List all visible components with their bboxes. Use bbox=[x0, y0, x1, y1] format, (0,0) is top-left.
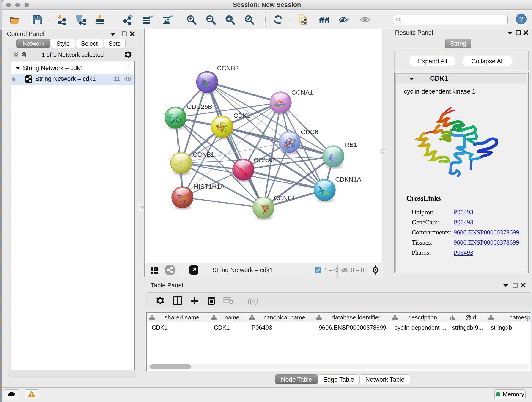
column-header-shared-name[interactable]: shared name bbox=[147, 313, 209, 322]
selected-checkbox-icon[interactable] bbox=[315, 267, 322, 274]
network-bar-separator bbox=[310, 265, 310, 275]
gene-section-header[interactable]: CDK1 bbox=[395, 73, 527, 84]
zoom-selected-region-icon[interactable] bbox=[244, 14, 255, 26]
open-session-icon[interactable] bbox=[9, 14, 20, 26]
refresh-icon[interactable] bbox=[272, 14, 284, 26]
expand-collapse-row: Expand All Collapse All bbox=[394, 51, 529, 71]
gene-section-body: cyclin-dependent kinase 1 bbox=[395, 84, 527, 272]
export-network-icon[interactable] bbox=[122, 14, 134, 26]
crosslink-compartments-link[interactable]: 9606.ENSP00000378699 bbox=[454, 229, 519, 236]
save-session-icon[interactable] bbox=[32, 14, 43, 26]
center-view-crosshair-icon[interactable] bbox=[371, 265, 380, 274]
control-panel-close-icon[interactable] bbox=[129, 31, 135, 37]
birdseye-grid-icon[interactable] bbox=[150, 265, 160, 275]
delete-column-icon[interactable] bbox=[206, 295, 217, 306]
network-canvas[interactable]: CCNB2CCNA1CDC25BCDK1CDC6RB1CCNB1CCNA2CDK… bbox=[144, 29, 382, 263]
zoom-fit-content-icon[interactable] bbox=[224, 14, 236, 26]
zoom-out-icon[interactable] bbox=[205, 14, 216, 26]
network-status-dot bbox=[12, 77, 15, 81]
column-header-id[interactable]: @id bbox=[447, 313, 486, 322]
cloud-button[interactable] bbox=[5, 389, 18, 399]
import-table-from-file-icon[interactable] bbox=[94, 14, 106, 26]
table-panel-float-icon[interactable] bbox=[503, 284, 509, 287]
split-columns-icon[interactable] bbox=[172, 295, 183, 306]
hidden-eye-icon[interactable] bbox=[341, 267, 349, 274]
network-options-gear-icon[interactable] bbox=[124, 51, 132, 59]
collection-count: 1 bbox=[127, 65, 131, 72]
table-panel-close-icon[interactable] bbox=[520, 282, 526, 288]
tab-edge-table[interactable]: Edge Table bbox=[318, 375, 359, 384]
add-column-icon[interactable] bbox=[189, 295, 200, 306]
control-panel-maximize-icon[interactable] bbox=[121, 31, 127, 37]
hide-selected-icon[interactable] bbox=[338, 14, 350, 26]
crosslink-tissues-link[interactable]: 9606.ENSP00000378699 bbox=[454, 239, 519, 246]
search-input[interactable] bbox=[404, 16, 504, 23]
column-header-namespace[interactable]: namespace bbox=[486, 313, 531, 322]
import-network-from-database-icon[interactable] bbox=[75, 14, 86, 26]
tab-network[interactable]: Network bbox=[17, 39, 51, 48]
network-tab-content: 1 of 1 Network selected String Network –… bbox=[8, 48, 137, 377]
network-collection-row[interactable]: String Network – cdk1 1 bbox=[11, 63, 134, 74]
table-row[interactable]: CDK1 CDK1 P06493 9606.ENSP00000378699 cy… bbox=[147, 323, 531, 332]
export-table-icon[interactable] bbox=[142, 14, 153, 26]
protein-structure-image bbox=[406, 104, 502, 182]
collection-expander-icon[interactable] bbox=[15, 66, 21, 70]
results-panel-close-icon[interactable] bbox=[523, 30, 529, 36]
svg-text:CDKN1A: CDKN1A bbox=[335, 176, 361, 183]
help-icon[interactable]: ? bbox=[515, 13, 527, 25]
network-view-title: String Network – cdk1 bbox=[212, 263, 273, 277]
table-header-row: shared name name canonical name database… bbox=[147, 313, 531, 322]
gene-name: CDK1 bbox=[430, 75, 448, 82]
cell-shared-name: CDK1 bbox=[147, 323, 209, 332]
houses-icon[interactable] bbox=[318, 14, 330, 26]
svg-text:CCNB1: CCNB1 bbox=[193, 151, 215, 158]
gene-expander-icon[interactable] bbox=[409, 77, 414, 81]
warning-icon bbox=[27, 391, 36, 398]
results-panel-maximize-icon[interactable] bbox=[515, 30, 521, 36]
right-splitter-handle[interactable] bbox=[380, 149, 386, 155]
delete-table-icon[interactable] bbox=[223, 295, 234, 306]
zoom-in-icon[interactable] bbox=[186, 14, 197, 26]
export-view-icon[interactable] bbox=[189, 265, 199, 275]
table-horizontal-scrollbar[interactable] bbox=[147, 364, 529, 370]
warning-button[interactable] bbox=[25, 389, 38, 399]
import-network-from-file-icon[interactable] bbox=[56, 14, 67, 26]
tab-select[interactable]: Select bbox=[76, 39, 103, 48]
cell-namespace: stringdb bbox=[486, 323, 531, 332]
search-box bbox=[393, 15, 508, 24]
crosslink-pharos-link[interactable]: P06493 bbox=[454, 249, 473, 256]
memory-button[interactable]: Memory bbox=[494, 389, 526, 399]
cell-database-identifier: 9606.ENSP00000378699 bbox=[314, 323, 389, 332]
share-network-view-icon[interactable] bbox=[165, 265, 175, 275]
crosslinks-heading: CrossLinks bbox=[406, 194, 441, 203]
tab-style[interactable]: Style bbox=[51, 39, 75, 48]
tab-sets[interactable]: Sets bbox=[104, 39, 126, 48]
tab-node-table[interactable]: Node Table bbox=[275, 375, 318, 384]
show-all-icon[interactable] bbox=[359, 14, 371, 26]
svg-text:HIST1H1A: HIST1H1A bbox=[194, 183, 225, 190]
crosslink-genecard-link[interactable]: P06493 bbox=[454, 219, 473, 226]
column-header-name[interactable]: name bbox=[209, 313, 246, 322]
column-header-database-identifier[interactable]: database identifier bbox=[314, 313, 389, 322]
column-header-canonical-name[interactable]: canonical name bbox=[247, 313, 313, 322]
crosslink-uniprot-link[interactable]: P06493 bbox=[454, 209, 473, 216]
control-panel-float-icon[interactable] bbox=[110, 32, 116, 36]
column-header-description[interactable]: description bbox=[389, 313, 447, 322]
network-row-selected[interactable]: String Network – cdk1 11 48 bbox=[11, 74, 134, 85]
cell-id: stringdb:9... bbox=[447, 323, 486, 332]
table-panel: Table Panel bbox=[143, 278, 532, 387]
network-share-icon bbox=[25, 75, 32, 83]
function-builder-icon[interactable]: f(x) bbox=[243, 295, 263, 306]
results-panel-float-icon[interactable] bbox=[507, 32, 513, 35]
network-node-count: 11 bbox=[114, 75, 120, 83]
expand-all-button[interactable]: Expand All bbox=[410, 56, 455, 66]
tab-string[interactable]: String bbox=[445, 38, 471, 48]
collapse-all-button[interactable]: Collapse All bbox=[463, 56, 512, 66]
table-panel-maximize-icon[interactable] bbox=[512, 282, 518, 288]
tab-network-table[interactable]: Network Table bbox=[360, 375, 410, 384]
copy-network-icon[interactable] bbox=[298, 14, 309, 26]
memory-label: Memory bbox=[503, 391, 524, 398]
svg-text:CCNE1: CCNE1 bbox=[274, 195, 296, 202]
table-settings-icon[interactable] bbox=[155, 295, 166, 306]
export-image-icon[interactable] bbox=[162, 14, 173, 26]
